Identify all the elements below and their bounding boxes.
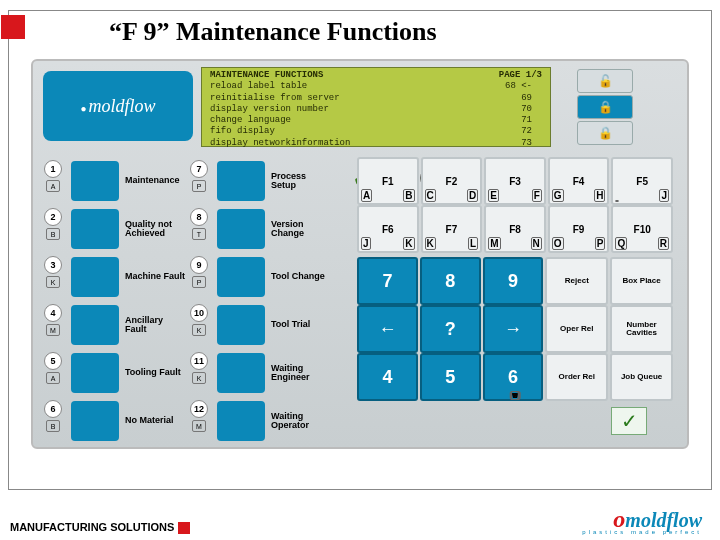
softkey-box-place[interactable]: Box PlaceT <box>610 257 673 305</box>
device-button-1[interactable] <box>71 161 119 201</box>
keypad-←[interactable]: ← <box>357 305 418 353</box>
button-label: Maintenance <box>123 176 185 185</box>
keypad-9[interactable]: 9 <box>483 257 544 305</box>
lcd-row: change language71 <box>210 115 542 126</box>
button-label: Waiting Engineer <box>269 364 331 383</box>
device-button-4[interactable] <box>71 305 119 345</box>
lcd-row: display version number70 <box>210 104 542 115</box>
softkey-f8[interactable]: F8MN <box>484 205 546 253</box>
softkey-f7[interactable]: F7KL <box>421 205 483 253</box>
brand-logo: omoldflow plastics made perfect <box>582 508 702 536</box>
device-button-2[interactable] <box>71 209 119 249</box>
button-label: Waiting Operator <box>269 412 331 431</box>
button-label: Ancillary Fault <box>123 316 185 335</box>
button-label: No Material <box>123 416 185 425</box>
numeric-keypad: 789RejectSBox PlaceT←?→Oper RelUNumber C… <box>357 257 673 401</box>
button-label: Process Setup <box>269 172 331 191</box>
lcd-screen: MAINTENANCE FUNCTIONS PAGE 1/3 reload la… <box>201 67 551 147</box>
softkey-f2[interactable]: F2CD <box>421 157 483 205</box>
lock-open-icon[interactable]: 🔓 <box>577 69 633 93</box>
keypad-4[interactable]: 4 <box>357 353 418 401</box>
device-button-3[interactable] <box>71 257 119 297</box>
softkey-f1[interactable]: F1AB <box>357 157 419 205</box>
button-label: Tool Trial <box>269 320 331 329</box>
softkey-f6[interactable]: F6JK <box>357 205 419 253</box>
softkey-job-queue[interactable]: Job QueueZ <box>610 353 673 401</box>
device-button-5[interactable] <box>71 353 119 393</box>
device-button-8[interactable] <box>217 209 265 249</box>
lock-switch[interactable]: 🔓 🔒 🔒 <box>545 67 665 147</box>
device-button-10[interactable] <box>217 305 265 345</box>
lock-closed-alt-icon[interactable]: 🔒 <box>577 121 633 145</box>
softkey-oper-rel[interactable]: Oper RelU <box>545 305 608 353</box>
accent-block-small <box>178 522 190 534</box>
softkey-number-cavities[interactable]: Number CavitiesV <box>610 305 673 353</box>
lcd-row: reinitialise from server69 <box>210 93 542 104</box>
lcd-header-left: MAINTENANCE FUNCTIONS <box>210 70 323 81</box>
softkey-f9[interactable]: F9OP <box>548 205 610 253</box>
device-button-11[interactable] <box>217 353 265 393</box>
accent-block <box>1 15 25 39</box>
keypad-8[interactable]: 8 <box>420 257 481 305</box>
softkey-f5[interactable]: F5 J <box>611 157 673 205</box>
button-label: Quality not Achieved <box>123 220 185 239</box>
softkey-order-rel[interactable]: Order RelW <box>545 353 608 401</box>
keypad-5[interactable]: 5 <box>420 353 481 401</box>
softkey-reject[interactable]: RejectS <box>545 257 608 305</box>
button-label: Machine Fault <box>123 272 185 281</box>
keypad-?[interactable]: ? <box>420 305 481 353</box>
device-logo: moldflow <box>43 71 193 141</box>
lcd-row: fifo display72 <box>210 126 542 137</box>
softkey-f4[interactable]: F4GH <box>548 157 610 205</box>
lcd-row: display networkinformation73 <box>210 138 542 149</box>
function-keys: F1ABF2CDF3EFF4GHF5 J F6JKF7KLF8MNF9OPF10… <box>357 157 673 253</box>
softkey-f3[interactable]: F3EF <box>484 157 546 205</box>
button-label: Tool Change <box>269 272 331 281</box>
check-icon: ✓ <box>621 409 638 433</box>
device-button-6[interactable] <box>71 401 119 441</box>
device-button-12[interactable] <box>217 401 265 441</box>
footer-label: MANUFACTURING SOLUTIONS <box>10 521 190 534</box>
lcd-row: reload label table68 <- <box>210 81 542 92</box>
left-button-grid: 1AMaintenance7PProcess Setup2BQuality no… <box>39 157 339 445</box>
device-button-7[interactable] <box>217 161 265 201</box>
page-title: “F 9” Maintenance Functions <box>9 11 711 55</box>
softkey-f10[interactable]: F10QR <box>611 205 673 253</box>
device-panel: moldflow MAINTENANCE FUNCTIONS PAGE 1/3 … <box>31 59 689 449</box>
lock-closed-icon[interactable]: 🔒 <box>577 95 633 119</box>
device-button-9[interactable] <box>217 257 265 297</box>
enter-button[interactable]: ✓ <box>611 407 647 435</box>
button-label: Version Change <box>269 220 331 239</box>
button-label: Tooling Fault <box>123 368 185 377</box>
lcd-header-right: PAGE 1/3 <box>499 70 542 81</box>
keypad-→[interactable]: → <box>483 305 544 353</box>
keypad-7[interactable]: 7 <box>357 257 418 305</box>
